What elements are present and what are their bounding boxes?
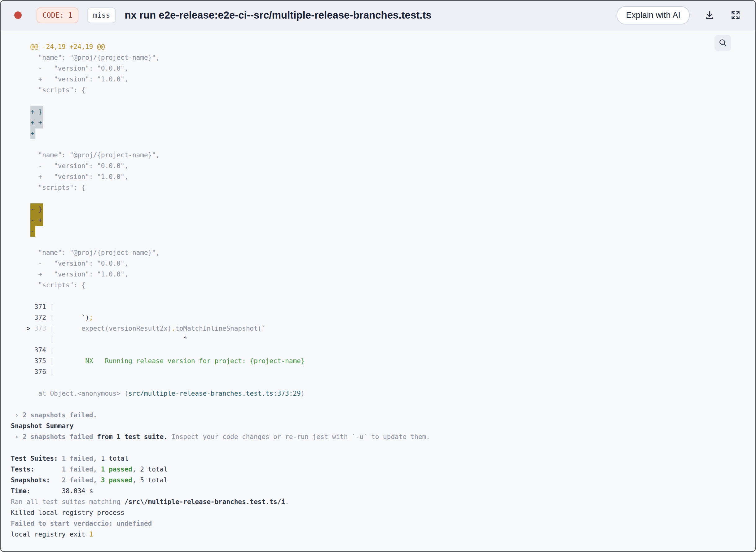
fullscreen-button[interactable] [729, 9, 742, 21]
log-line: @@ -24,19 +24,19 @@ [11, 41, 743, 52]
download-icon [704, 10, 715, 20]
log-line: > 373 | expect(versionResult2x).toMatchI… [11, 323, 743, 334]
log-line [11, 139, 743, 150]
log-line: Failed to start verdaccio: undefined [11, 518, 743, 529]
log-line: Ran all test suites matching /src\/multi… [11, 497, 743, 508]
log-viewer-window: CODE: 1 miss nx run e2e-release:e2e-ci--… [0, 0, 756, 552]
log-line: "name": "@proj/{project-name}", [11, 150, 743, 161]
log-line: Tests: 1 failed, 1 passed, 2 total [11, 464, 743, 475]
log-line: "name": "@proj/{project-name}", [11, 247, 743, 258]
log-content: @@ -24,19 +24,19 @@ "name": "@proj/{proj… [1, 30, 755, 551]
log-line [11, 96, 743, 107]
log-line: - } [11, 204, 743, 215]
log-line: "scripts": { [11, 182, 743, 193]
log-line: local registry exit 1 [11, 529, 743, 540]
log-line: "scripts": { [11, 85, 743, 96]
log-line: Test Suites: 1 failed, 1 total [11, 453, 743, 464]
log-line: Snapshots: 2 failed, 3 passed, 5 total [11, 475, 743, 486]
exit-code-badge: CODE: 1 [36, 7, 78, 23]
log-line: + "version": "1.0.0", [11, 74, 743, 85]
log-line: › 2 snapshots failed from 1 test suite. … [11, 432, 743, 442]
log-line [11, 237, 743, 247]
log-line [11, 193, 743, 204]
expand-icon [730, 10, 741, 20]
log-line: + + [11, 117, 743, 128]
log-line [11, 442, 743, 453]
log-line: 375 | NX Running release version for pro… [11, 356, 743, 367]
log-line: Time: 38.034 s [11, 486, 743, 497]
search-log-button[interactable] [715, 35, 731, 51]
log-line: 376 | [11, 367, 743, 377]
search-icon [718, 38, 728, 48]
log-line: Killed local registry process [11, 508, 743, 518]
log-line [11, 291, 743, 301]
log-line: | ^ [11, 334, 743, 345]
log-line: "scripts": { [11, 280, 743, 291]
cache-miss-badge: miss [87, 7, 116, 23]
log-line: - "version": "0.0.0", [11, 161, 743, 171]
task-title: nx run e2e-release:e2e-ci--src/multiple-… [125, 9, 609, 21]
log-line: 372 | `); [11, 312, 743, 323]
log-line: Snapshot Summary [11, 421, 743, 432]
log-line: + [11, 128, 743, 139]
status-dot [14, 11, 22, 19]
log-line: + } [11, 107, 743, 117]
log-line: 374 | [11, 345, 743, 356]
explain-with-ai-button[interactable]: Explain with AI [617, 6, 690, 24]
log-line: at Object.<anonymous> (src/multiple-rele… [11, 388, 743, 399]
log-line: + "version": "1.0.0", [11, 269, 743, 280]
log-line: + "version": "1.0.0", [11, 171, 743, 182]
download-log-button[interactable] [703, 9, 716, 21]
terminal-log: @@ -24,19 +24,19 @@ "name": "@proj/{proj… [1, 30, 755, 551]
header-actions: Explain with AI [617, 6, 742, 24]
log-line [11, 377, 743, 388]
log-line: - "version": "0.0.0", [11, 258, 743, 269]
log-line: › 2 snapshots failed. [11, 410, 743, 421]
log-line: - [11, 226, 743, 237]
log-line: 371 | [11, 301, 743, 312]
log-line [11, 399, 743, 410]
log-line: "name": "@proj/{project-name}", [11, 52, 743, 63]
log-header: CODE: 1 miss nx run e2e-release:e2e-ci--… [1, 1, 755, 30]
log-line: - "version": "0.0.0", [11, 63, 743, 74]
log-line: - + [11, 215, 743, 226]
